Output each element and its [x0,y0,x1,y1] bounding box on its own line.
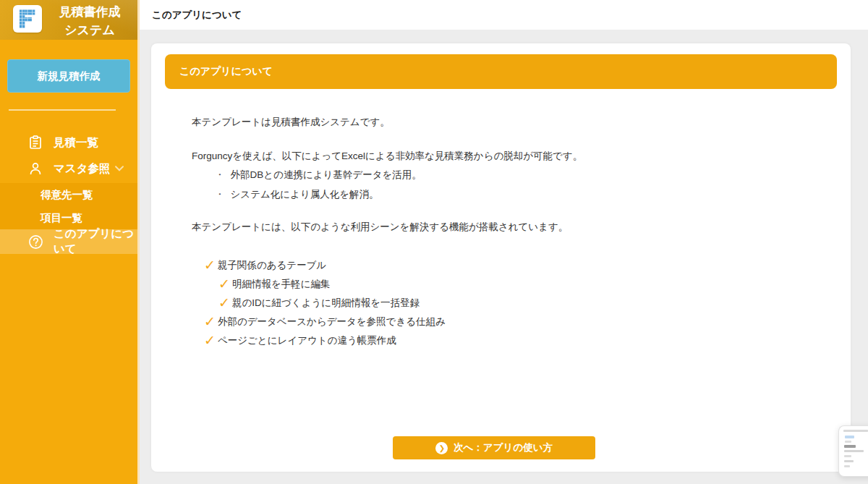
panel-header: このアプリについて [165,54,837,89]
checkmark-icon: ✓ [218,296,230,310]
checklist-item: ✓ 明細情報を手軽に編集 [218,277,331,292]
app-root: 見積書作成 システム 新規見積作成 見積一覧 [0,0,868,484]
sidebar-item-quote-list[interactable]: 見積一覧 [0,130,137,156]
intro-paragraph: 本テンプレートは見積書作成システムです。 [192,116,390,129]
features-paragraph: 本テンプレートには、以下のような利用シーンを解決する機能が搭載されています。 [192,221,568,234]
question-circle-icon [27,234,43,250]
sidebar-item-label: 見積一覧 [54,135,98,150]
sidebar-item-about-app[interactable]: このアプリについて [0,229,137,254]
bullet-text: システム化により属人化を解消。 [231,189,379,200]
pixel-f-glyph [17,9,38,29]
next-button[interactable]: ❯ 次へ：アプリの使い方 [393,436,595,459]
checklist-item: ✓ 親のIDに紐づくように明細情報を一括登録 [218,296,420,310]
mini-line [845,441,851,443]
bullet-item: ・システム化により属人化を解消。 [215,188,379,201]
bullet-item: ・外部DBとの連携により基幹データを活用。 [215,169,422,182]
bullet-icon: ・ [215,169,225,180]
person-icon [27,161,43,177]
chevron-down-icon[interactable] [114,161,124,174]
checklist-item: ✓ 外部のデータベースからデータを参照できる仕組み [204,315,446,329]
checklist-label: 親子関係のあるテーブル [218,259,326,272]
main-content: このアプリについて 本テンプレートは見積書作成システムです。 Forguncyを… [140,30,868,484]
checklist-item: ✓ 親子関係のあるテーブル [204,258,326,273]
checklist-label: 明細情報を手軽に編集 [232,278,331,291]
mini-preview-widget[interactable] [838,425,868,477]
mini-line [844,445,856,448]
mini-line [845,436,854,438]
sidebar-item-customer-list[interactable]: 得意先一覧 [0,183,137,206]
mini-line [844,450,864,452]
forguncy-logo-icon [13,5,42,33]
page-title: このアプリについて [152,0,242,30]
app-title-line1: 見積書作成 [43,3,136,21]
checklist-label: 親のIDに紐づくように明細情報を一括登録 [232,297,420,310]
arrow-right-circle-icon: ❯ [435,442,448,454]
sidebar-header: 見積書作成 システム [0,0,137,40]
clipboard-list-icon [27,135,43,150]
about-panel: このアプリについて 本テンプレートは見積書作成システムです。 Forguncyを… [151,43,851,472]
next-button-label: 次へ：アプリの使い方 [454,441,553,454]
panel-header-title: このアプリについて [179,54,273,89]
app-title: 見積書作成 システム [43,3,136,39]
checklist-label: ページごとにレイアウトの違う帳票作成 [218,334,396,347]
checkmark-icon: ✓ [204,258,216,273]
mini-line [844,455,851,457]
bullet-text: 外部DBとの連携により基幹データを活用。 [231,169,422,180]
mini-line [844,465,850,467]
checkmark-icon: ✓ [204,315,216,329]
mini-line [843,430,868,432]
checkmark-icon: ✓ [218,277,230,292]
bullet-icon: ・ [215,189,225,200]
sidebar-nav: 見積一覧 マスタ参照 得意先一覧 項目一覧 [0,130,137,254]
sidebar-divider [9,109,116,111]
sidebar-submenu: 得意先一覧 項目一覧 [0,183,137,229]
app-title-line2: システム [43,21,136,39]
topbar: このアプリについて [140,0,868,30]
sidebar-item-master-ref[interactable]: マスタ参照 [0,156,137,182]
forguncy-paragraph: Forguncyを使えば、以下によってExcelによる非効率な見積業務からの脱却… [192,150,582,163]
checklist-label: 外部のデータベースからデータを参照できる仕組み [218,315,446,328]
sidebar-item-label: マスタ参照 [54,161,111,177]
new-quote-button[interactable]: 新規見積作成 [7,59,130,93]
checklist-item: ✓ ページごとにレイアウトの違う帳票作成 [204,334,396,348]
sidebar: 見積書作成 システム 新規見積作成 見積一覧 [0,0,140,484]
mini-line [844,460,854,462]
sidebar-item-label: このアプリについて [54,226,137,257]
checkmark-icon: ✓ [204,334,216,348]
